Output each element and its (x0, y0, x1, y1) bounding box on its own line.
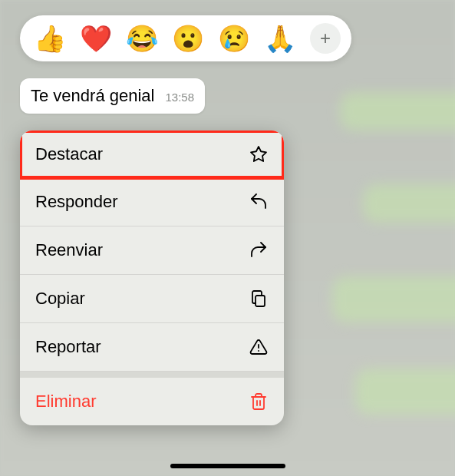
message-text: Te vendrá genial (31, 86, 154, 106)
menu-item-copiar[interactable]: Copiar (20, 275, 284, 323)
menu-item-eliminar[interactable]: Eliminar (20, 378, 284, 425)
forward-icon (249, 240, 269, 260)
message-bubble[interactable]: Te vendrá genial 13:58 (20, 78, 205, 114)
menu-item-reportar[interactable]: Reportar (20, 323, 284, 372)
reaction-pray[interactable]: 🙏 (264, 25, 296, 51)
message-time: 13:58 (165, 91, 194, 104)
star-icon (249, 144, 269, 164)
svg-rect-1 (256, 296, 265, 306)
reactions-bar: 👍 ❤️ 😂 😮 😢 🙏 + (20, 15, 351, 61)
menu-item-responder[interactable]: Responder (20, 178, 284, 226)
home-indicator[interactable] (170, 464, 285, 468)
reaction-heart[interactable]: ❤️ (80, 25, 112, 51)
reaction-laugh[interactable]: 😂 (126, 25, 158, 51)
menu-label: Responder (35, 192, 118, 212)
warning-icon (249, 337, 269, 357)
reply-icon (249, 192, 269, 212)
trash-icon (249, 392, 269, 412)
add-reaction-button[interactable]: + (310, 23, 341, 54)
menu-label: Eliminar (35, 392, 96, 412)
menu-item-destacar[interactable]: Destacar (20, 131, 284, 180)
menu-item-reenviar[interactable]: Reenviar (20, 226, 284, 275)
context-menu: Destacar Responder Reenviar Copiar Repor (20, 131, 284, 425)
menu-label: Destacar (35, 144, 103, 164)
menu-label: Reportar (35, 337, 101, 357)
reaction-crying[interactable]: 😢 (218, 25, 250, 51)
reaction-thumbs-up[interactable]: 👍 (34, 25, 66, 51)
menu-label: Reenviar (35, 240, 103, 260)
menu-separator (20, 372, 284, 378)
copy-icon (249, 289, 269, 309)
menu-label: Copiar (35, 289, 85, 309)
svg-marker-0 (251, 147, 266, 161)
reaction-surprised[interactable]: 😮 (172, 25, 204, 51)
